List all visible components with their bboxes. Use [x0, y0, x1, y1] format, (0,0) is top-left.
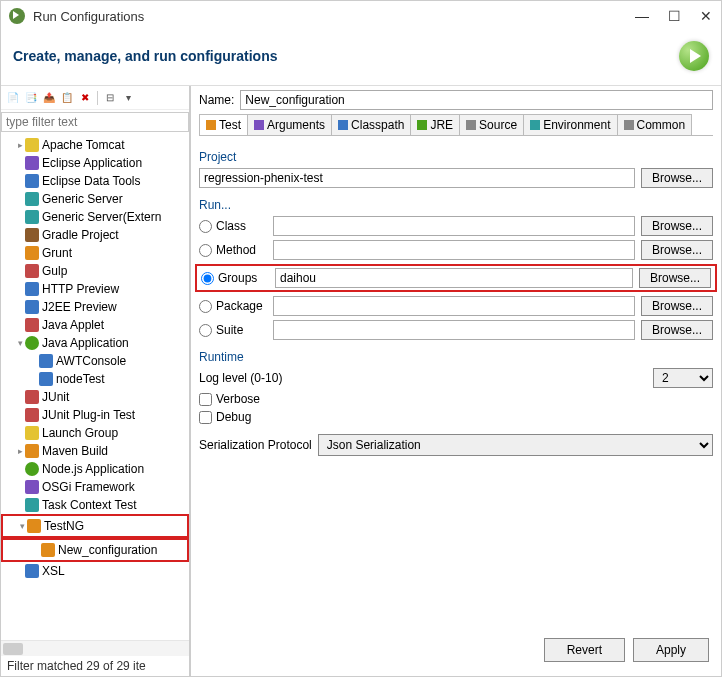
name-input[interactable]: [240, 90, 713, 110]
tree-node-label: New_configuration: [58, 542, 157, 558]
horizontal-scrollbar[interactable]: [1, 640, 189, 656]
tab-arguments[interactable]: Arguments: [247, 114, 332, 135]
revert-button[interactable]: Revert: [544, 638, 625, 662]
tree-node-icon: [25, 174, 39, 188]
tree-item[interactable]: Eclipse Data Tools: [1, 172, 189, 190]
groups-browse-button[interactable]: Browse...: [639, 268, 711, 288]
tree-item[interactable]: Gulp: [1, 262, 189, 280]
tree-item[interactable]: ▸Maven Build: [1, 442, 189, 460]
tree-node-icon: [25, 156, 39, 170]
expand-arrow-icon[interactable]: ▾: [15, 335, 25, 351]
close-button[interactable]: ✕: [699, 9, 713, 23]
tree-item[interactable]: Generic Server(Extern: [1, 208, 189, 226]
scroll-thumb[interactable]: [3, 643, 23, 655]
project-input[interactable]: [199, 168, 635, 188]
tree-item[interactable]: nodeTest: [1, 370, 189, 388]
groups-input[interactable]: [275, 268, 633, 288]
package-radio-label[interactable]: Package: [199, 299, 267, 313]
tree-item[interactable]: ▸Apache Tomcat: [1, 136, 189, 154]
suite-browse-button[interactable]: Browse...: [641, 320, 713, 340]
tab-classpath[interactable]: Classpath: [331, 114, 411, 135]
expand-arrow-icon[interactable]: ▾: [17, 518, 27, 534]
tree-item[interactable]: XSL: [1, 562, 189, 580]
left-panel: 📄 📑 📤 📋 ✖ ⊟ ▾ ▸Apache TomcatEclipse Appl…: [1, 86, 191, 676]
package-input[interactable]: [273, 296, 635, 316]
expand-arrow-icon[interactable]: ▸: [15, 137, 25, 153]
tree-item[interactable]: Grunt: [1, 244, 189, 262]
minimize-button[interactable]: —: [635, 9, 649, 23]
suite-input[interactable]: [273, 320, 635, 340]
maximize-button[interactable]: ☐: [667, 9, 681, 23]
filter-status: Filter matched 29 of 29 ite: [1, 656, 189, 676]
groups-radio-label[interactable]: Groups: [201, 271, 269, 285]
tree-node-label: Gradle Project: [42, 227, 119, 243]
filter-input[interactable]: [1, 112, 189, 132]
suite-radio-label[interactable]: Suite: [199, 323, 267, 337]
class-input[interactable]: [273, 216, 635, 236]
tree-node-icon: [25, 282, 39, 296]
tree-node-icon: [25, 318, 39, 332]
tree-item[interactable]: OSGi Framework: [1, 478, 189, 496]
tab-icon: [254, 120, 264, 130]
apply-button[interactable]: Apply: [633, 638, 709, 662]
delete-icon[interactable]: ✖: [77, 90, 93, 106]
method-input[interactable]: [273, 240, 635, 260]
tree-node-label: nodeTest: [56, 371, 105, 387]
verbose-label: Verbose: [216, 392, 260, 406]
tree-item[interactable]: New_configuration: [3, 541, 187, 559]
tab-environment[interactable]: Environment: [523, 114, 617, 135]
expand-arrow-icon[interactable]: ▸: [15, 443, 25, 459]
tree-item[interactable]: HTTP Preview: [1, 280, 189, 298]
tab-icon: [466, 120, 476, 130]
tree-item[interactable]: JUnit Plug-in Test: [1, 406, 189, 424]
debug-checkbox[interactable]: [199, 411, 212, 424]
tree-item[interactable]: Eclipse Application: [1, 154, 189, 172]
class-radio[interactable]: [199, 220, 212, 233]
tree-node-icon: [25, 426, 39, 440]
app-icon: [9, 8, 25, 24]
verbose-checkbox[interactable]: [199, 393, 212, 406]
tab-test[interactable]: Test: [199, 114, 248, 135]
method-radio[interactable]: [199, 244, 212, 257]
window-titlebar: Run Configurations — ☐ ✕: [1, 1, 721, 31]
package-radio[interactable]: [199, 300, 212, 313]
tree-item[interactable]: AWTConsole: [1, 352, 189, 370]
filter-icon[interactable]: ▾: [120, 90, 136, 106]
class-browse-button[interactable]: Browse...: [641, 216, 713, 236]
tree-node-label: Eclipse Application: [42, 155, 142, 171]
tree-node-icon: [25, 138, 39, 152]
tree-item[interactable]: Java Applet: [1, 316, 189, 334]
package-browse-button[interactable]: Browse...: [641, 296, 713, 316]
config-tree[interactable]: ▸Apache TomcatEclipse ApplicationEclipse…: [1, 134, 189, 640]
tree-item[interactable]: Generic Server: [1, 190, 189, 208]
tree-item[interactable]: Gradle Project: [1, 226, 189, 244]
tab-jre[interactable]: JRE: [410, 114, 460, 135]
method-browse-button[interactable]: Browse...: [641, 240, 713, 260]
tree-item[interactable]: Node.js Application: [1, 460, 189, 478]
tree-item[interactable]: Task Context Test: [1, 496, 189, 514]
suite-radio[interactable]: [199, 324, 212, 337]
tree-item[interactable]: JUnit: [1, 388, 189, 406]
tree-item[interactable]: ▾TestNG: [3, 517, 187, 535]
export-icon[interactable]: 📤: [41, 90, 57, 106]
tree-item[interactable]: J2EE Preview: [1, 298, 189, 316]
tree-node-label: XSL: [42, 563, 65, 579]
log-level-select[interactable]: 2: [653, 368, 713, 388]
dialog-header: Create, manage, and run configurations: [1, 31, 721, 86]
tab-label: Test: [219, 118, 241, 132]
tab-source[interactable]: Source: [459, 114, 524, 135]
tree-item[interactable]: Launch Group: [1, 424, 189, 442]
duplicate-icon[interactable]: 📋: [59, 90, 75, 106]
collapse-icon[interactable]: ⊟: [102, 90, 118, 106]
groups-radio[interactable]: [201, 272, 214, 285]
new-config-icon[interactable]: 📄: [5, 90, 21, 106]
serialization-select[interactable]: Json Serialization: [318, 434, 713, 456]
project-browse-button[interactable]: Browse...: [641, 168, 713, 188]
tab-common[interactable]: Common: [617, 114, 693, 135]
method-radio-label[interactable]: Method: [199, 243, 267, 257]
tree-item[interactable]: ▾Java Application: [1, 334, 189, 352]
new-proto-icon[interactable]: 📑: [23, 90, 39, 106]
class-radio-label[interactable]: Class: [199, 219, 267, 233]
tree-node-label: Java Applet: [42, 317, 104, 333]
tab-icon: [417, 120, 427, 130]
